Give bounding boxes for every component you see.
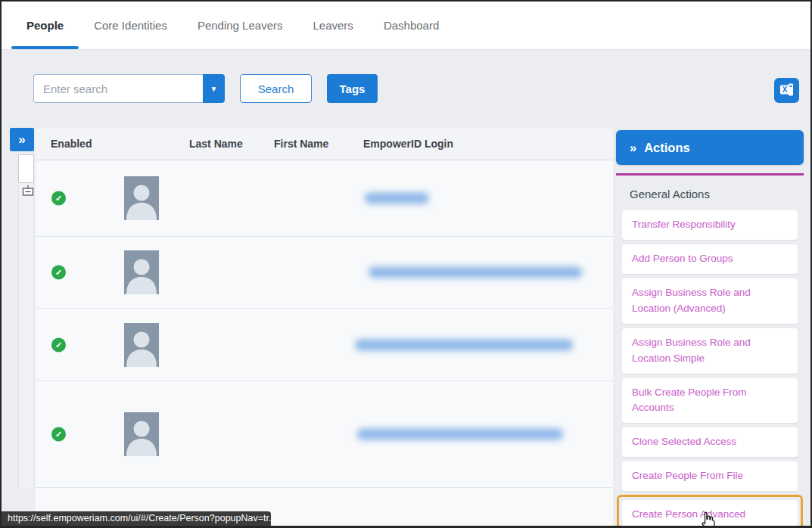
- chevron-down-icon: ▼: [210, 85, 218, 93]
- table-row[interactable]: ✓: [36, 237, 613, 309]
- excel-export-button[interactable]: X: [774, 78, 799, 103]
- table-header: EnabledLast NameFirst NameEmpowerID Logi…: [36, 129, 613, 160]
- actions-panel: » Actions General Actions Transfer Respo…: [616, 130, 804, 528]
- empowerid-login-redacted[interactable]: [355, 339, 573, 350]
- table-body: ✓✓✓✓: [36, 160, 613, 488]
- tab-leavers[interactable]: Leavers: [298, 2, 369, 49]
- search-input[interactable]: [33, 74, 203, 103]
- search-group: ▼: [33, 74, 225, 103]
- app-window: PeopleCore IdentitiesPending LeaversLeav…: [0, 0, 812, 528]
- action-item-create-people-from-file[interactable]: Create People From File: [622, 461, 798, 491]
- double-chevron-right-icon: »: [630, 141, 636, 155]
- column-header[interactable]: Last Name: [189, 138, 243, 150]
- double-chevron-right-icon: »: [18, 132, 25, 147]
- empowerid-login-redacted[interactable]: [357, 429, 563, 440]
- enabled-check-icon: ✓: [51, 427, 66, 442]
- search-button[interactable]: Search: [240, 74, 312, 103]
- actions-list: Transfer ResponsibilityAdd Person to Gro…: [616, 210, 804, 528]
- avatar: [124, 176, 159, 220]
- toolbar: ▼ Search Tags: [33, 74, 378, 103]
- left-panel-handle[interactable]: [18, 154, 34, 183]
- enabled-check-icon: ✓: [51, 191, 66, 206]
- actions-divider: [616, 173, 804, 175]
- avatar: [124, 412, 159, 456]
- people-table: EnabledLast NameFirst NameEmpowerID Logi…: [36, 129, 613, 526]
- status-url-tooltip: https://self.empoweriam.com/ui/#/Create/…: [2, 511, 271, 526]
- column-header[interactable]: EmpowerID Login: [363, 138, 453, 150]
- actions-section-title: General Actions: [630, 188, 804, 200]
- enabled-check-icon: ✓: [51, 337, 66, 352]
- table-row[interactable]: ✓: [36, 309, 613, 381]
- tab-core-identities[interactable]: Core Identities: [79, 2, 182, 49]
- column-header[interactable]: Enabled: [51, 138, 92, 150]
- tab-bar: PeopleCore IdentitiesPending LeaversLeav…: [2, 2, 810, 50]
- action-item-add-person-to-groups[interactable]: Add Person to Groups: [622, 244, 798, 274]
- svg-text:X: X: [782, 85, 788, 93]
- tags-button[interactable]: Tags: [327, 74, 378, 103]
- tree-collapse-icon[interactable]: [21, 185, 34, 199]
- tab-dashboard[interactable]: Dashboard: [369, 2, 454, 49]
- action-item-assign-business-role-and-location-advanced[interactable]: Assign Business Role and Location (Advan…: [622, 278, 798, 324]
- action-item-clone-selected-access[interactable]: Clone Selected Access: [622, 427, 798, 457]
- avatar: [124, 250, 159, 294]
- avatar: [124, 323, 159, 367]
- actions-panel-title: Actions: [644, 141, 690, 155]
- excel-export-icon: X: [779, 82, 795, 100]
- tab-pending-leavers[interactable]: Pending Leavers: [182, 2, 298, 49]
- table-row[interactable]: ✓: [36, 381, 613, 488]
- table-row[interactable]: ✓: [36, 160, 613, 237]
- left-collapsed-panel: [18, 153, 34, 488]
- tab-people[interactable]: People: [11, 2, 79, 49]
- search-dropdown-button[interactable]: ▼: [203, 74, 225, 103]
- annotation-highlight-box: Create Person Advanced: [617, 495, 803, 528]
- action-item-transfer-responsibility[interactable]: Transfer Responsibility: [622, 210, 798, 240]
- action-item-bulk-create-people-from-accounts[interactable]: Bulk Create People From Accounts: [622, 378, 798, 424]
- enabled-check-icon: ✓: [51, 266, 66, 280]
- column-header[interactable]: First Name: [274, 138, 328, 150]
- action-item-create-person-advanced[interactable]: Create Person Advanced: [622, 500, 798, 528]
- actions-panel-header[interactable]: » Actions: [616, 130, 804, 165]
- empowerid-login-redacted[interactable]: [365, 193, 429, 204]
- left-panel-expand-button[interactable]: »: [10, 128, 34, 151]
- empowerid-login-redacted[interactable]: [369, 267, 582, 278]
- action-item-assign-business-role-and-location-simple[interactable]: Assign Business Role and Location Simple: [622, 328, 798, 374]
